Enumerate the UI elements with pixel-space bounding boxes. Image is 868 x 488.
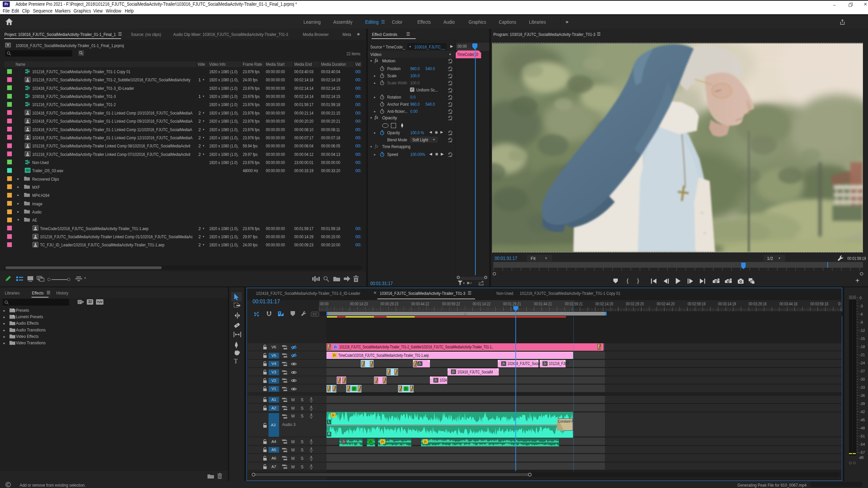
- svg-text:T: T: [234, 358, 238, 365]
